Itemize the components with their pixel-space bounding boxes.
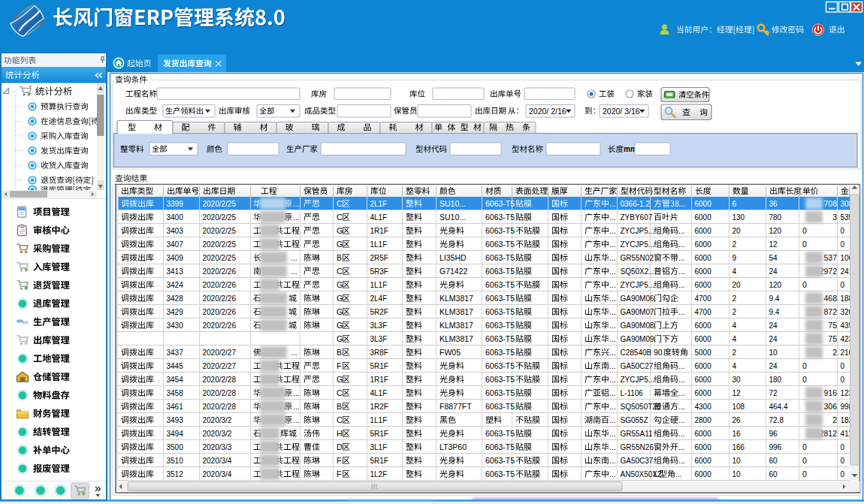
svg-text:G71422: G71422 bbox=[440, 267, 468, 276]
svg-text:2R5F: 2R5F bbox=[370, 254, 388, 262]
svg-text:2020/2/26: 2020/2/26 bbox=[203, 294, 237, 303]
svg-text:0: 0 bbox=[841, 443, 845, 451]
svg-text:...: ... bbox=[678, 226, 685, 235]
svg-text:0: 0 bbox=[802, 280, 807, 289]
svg-text:6: 6 bbox=[733, 200, 737, 208]
svg-text:10: 10 bbox=[733, 457, 742, 465]
svg-text:2020/2/25: 2020/2/25 bbox=[203, 200, 237, 208]
svg-text:1R2F: 1R2F bbox=[370, 403, 388, 411]
svg-text:54: 54 bbox=[769, 254, 778, 262]
svg-text:5R1F: 5R1F bbox=[370, 430, 388, 438]
svg-text:LT3P60: LT3P60 bbox=[440, 442, 467, 451]
svg-text:6063-T5: 6063-T5 bbox=[485, 199, 515, 208]
svg-text:SQ50X2...: SQ50X2... bbox=[621, 267, 655, 276]
svg-text:F: F bbox=[337, 456, 341, 465]
svg-text:G: G bbox=[337, 321, 343, 330]
svg-text:6000: 6000 bbox=[695, 443, 712, 451]
svg-text:1L1F: 1L1F bbox=[370, 240, 388, 249]
svg-text:C: C bbox=[337, 388, 343, 397]
svg-text:3R8F: 3R8F bbox=[370, 349, 388, 357]
svg-text:0: 0 bbox=[802, 456, 807, 465]
svg-text:B: B bbox=[337, 402, 342, 411]
svg-text:...: ... bbox=[291, 348, 298, 357]
svg-text:FW05: FW05 bbox=[440, 348, 461, 357]
svg-text:6000: 6000 bbox=[695, 430, 712, 438]
svg-text:2L4F: 2L4F bbox=[370, 294, 388, 303]
svg-text:3445: 3445 bbox=[167, 362, 184, 370]
svg-text:1L1F: 1L1F bbox=[370, 416, 388, 424]
svg-text:...: ... bbox=[678, 415, 685, 424]
svg-text:4300: 4300 bbox=[695, 403, 712, 411]
svg-text:2020/2/27: 2020/2/27 bbox=[203, 362, 237, 370]
svg-text:5000: 5000 bbox=[695, 349, 712, 357]
svg-text:4L1F: 4L1F bbox=[370, 389, 388, 397]
svg-text:2020/2/25: 2020/2/25 bbox=[203, 227, 237, 235]
svg-text:996: 996 bbox=[769, 443, 782, 451]
svg-text:2020/3/2: 2020/3/2 bbox=[203, 416, 232, 424]
svg-text:2020/2/26: 2020/2/26 bbox=[203, 267, 237, 276]
svg-text:90: 90 bbox=[654, 348, 663, 357]
svg-text:...: ... bbox=[609, 267, 616, 276]
svg-text:4: 4 bbox=[733, 267, 737, 276]
svg-text:...: ... bbox=[609, 429, 616, 438]
svg-text:3510: 3510 bbox=[167, 457, 184, 465]
svg-text:166: 166 bbox=[733, 443, 745, 451]
svg-text:6000: 6000 bbox=[695, 457, 712, 465]
svg-text:...: ... bbox=[678, 307, 685, 316]
svg-text:2020/3/3: 2020/3/3 bbox=[203, 443, 232, 451]
svg-text:0: 0 bbox=[802, 226, 807, 235]
svg-text:24: 24 bbox=[769, 335, 778, 343]
svg-text:6063-T5: 6063-T5 bbox=[485, 226, 515, 235]
svg-text:SU10...: SU10... bbox=[440, 213, 466, 222]
svg-text:6063-T5: 6063-T5 bbox=[485, 375, 515, 384]
svg-text:6000: 6000 bbox=[695, 227, 712, 235]
svg-text:30: 30 bbox=[733, 376, 742, 384]
svg-text:12: 12 bbox=[769, 240, 778, 249]
svg-text:0: 0 bbox=[841, 376, 845, 384]
svg-text:2: 2 bbox=[733, 308, 737, 316]
svg-text:...: ... bbox=[678, 442, 685, 451]
svg-text:H: H bbox=[337, 429, 343, 438]
svg-text:...: ... bbox=[609, 415, 616, 424]
svg-text:6000: 6000 bbox=[695, 267, 712, 276]
svg-text:5R3F: 5R3F bbox=[370, 267, 388, 276]
svg-text:2: 2 bbox=[733, 294, 737, 303]
svg-text:B: B bbox=[337, 253, 342, 262]
svg-text:2020/3/2: 2020/3/2 bbox=[203, 430, 232, 438]
svg-text:2020/2/28: 2020/2/28 bbox=[203, 376, 237, 384]
svg-text:0366-1.2: 0366-1.2 bbox=[621, 200, 651, 208]
svg-text:9: 9 bbox=[733, 254, 737, 262]
svg-text:780: 780 bbox=[769, 213, 782, 222]
svg-text:6063-T5: 6063-T5 bbox=[485, 429, 515, 438]
svg-text:2020/3/4: 2020/3/4 bbox=[203, 457, 232, 465]
svg-text:6063-T5: 6063-T5 bbox=[485, 253, 515, 262]
svg-text:3494: 3494 bbox=[167, 430, 184, 438]
svg-text:4: 4 bbox=[733, 335, 737, 343]
svg-text:F: F bbox=[337, 361, 341, 370]
svg-text:G: G bbox=[337, 294, 343, 303]
svg-text:D: D bbox=[337, 442, 343, 451]
svg-text:...: ... bbox=[609, 294, 616, 303]
svg-text:2020/2/28: 2020/2/28 bbox=[203, 403, 237, 411]
svg-text:...: ... bbox=[291, 253, 298, 262]
svg-text:6000: 6000 bbox=[695, 240, 712, 249]
svg-text:GA90M08.: GA90M08. bbox=[621, 321, 657, 330]
svg-text:SG055Z: SG055Z bbox=[621, 416, 648, 424]
svg-text:6000: 6000 bbox=[695, 362, 712, 370]
svg-text:6063-T5: 6063-T5 bbox=[485, 321, 515, 330]
svg-text:2020/2/26: 2020/2/26 bbox=[203, 321, 237, 330]
svg-text:...: ... bbox=[609, 348, 616, 357]
svg-text:2020/ 2/16: 2020/ 2/16 bbox=[529, 107, 566, 116]
svg-text:2: 2 bbox=[832, 415, 837, 424]
svg-text:GA50C37: GA50C37 bbox=[621, 457, 654, 465]
svg-text:6063-T5: 6063-T5 bbox=[485, 267, 515, 276]
svg-text:6063-T5: 6063-T5 bbox=[485, 213, 515, 222]
svg-text:10: 10 bbox=[769, 349, 778, 357]
svg-text:12: 12 bbox=[733, 389, 742, 397]
svg-text:3409: 3409 bbox=[167, 254, 184, 262]
svg-text:...: ... bbox=[678, 456, 685, 465]
svg-text:0: 0 bbox=[802, 375, 807, 384]
svg-text:2020/3/4: 2020/3/4 bbox=[203, 470, 232, 478]
svg-text:F: F bbox=[337, 469, 341, 478]
svg-text:180: 180 bbox=[769, 376, 782, 384]
